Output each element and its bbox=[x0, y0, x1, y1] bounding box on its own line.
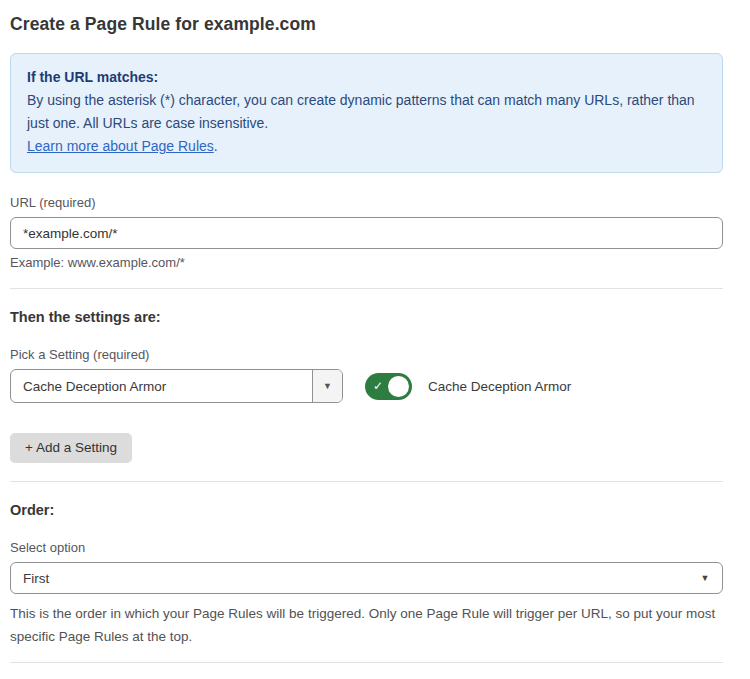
learn-more-link[interactable]: Learn more about Page Rules bbox=[27, 138, 214, 154]
setting-select[interactable]: Cache Deception Armor ▼ bbox=[10, 369, 343, 403]
info-box-body: By using the asterisk (*) character, you… bbox=[27, 89, 706, 135]
order-select-label: Select option bbox=[10, 540, 723, 555]
setting-picker-label: Pick a Setting (required) bbox=[10, 347, 723, 362]
url-input[interactable] bbox=[10, 217, 723, 249]
link-suffix: . bbox=[214, 138, 218, 154]
divider-footer bbox=[10, 662, 723, 663]
setting-toggle-group: ✓ Cache Deception Armor bbox=[365, 373, 571, 400]
setting-select-value: Cache Deception Armor bbox=[11, 370, 312, 402]
url-field-label: URL (required) bbox=[10, 195, 723, 210]
setting-row: Cache Deception Armor ▼ ✓ Cache Deceptio… bbox=[10, 369, 723, 403]
cache-deception-armor-toggle[interactable]: ✓ bbox=[365, 373, 412, 400]
order-select-arrow: ▼ bbox=[688, 563, 722, 593]
url-example-hint: Example: www.example.com/* bbox=[10, 255, 723, 270]
caret-down-icon: ▼ bbox=[323, 381, 332, 391]
caret-down-icon: ▼ bbox=[701, 573, 710, 583]
order-select-value: First bbox=[11, 563, 688, 593]
info-box-heading: If the URL matches: bbox=[27, 66, 706, 89]
page-rule-form: Create a Page Rule for example.com If th… bbox=[0, 0, 750, 679]
url-match-info-box: If the URL matches: By using the asteris… bbox=[10, 53, 723, 173]
order-select[interactable]: First ▼ bbox=[10, 562, 723, 594]
info-box-link-line: Learn more about Page Rules. bbox=[27, 135, 706, 158]
settings-section-heading: Then the settings are: bbox=[10, 309, 723, 325]
setting-select-arrow-button[interactable]: ▼ bbox=[312, 370, 342, 402]
divider-settings bbox=[10, 288, 723, 289]
order-help-text: This is the order in which your Page Rul… bbox=[10, 602, 723, 648]
check-icon: ✓ bbox=[373, 378, 383, 395]
order-section-heading: Order: bbox=[10, 502, 723, 518]
page-title: Create a Page Rule for example.com bbox=[10, 14, 723, 35]
add-setting-button[interactable]: + Add a Setting bbox=[10, 433, 132, 463]
toggle-knob bbox=[388, 376, 409, 397]
divider-order bbox=[10, 481, 723, 482]
setting-toggle-label: Cache Deception Armor bbox=[428, 379, 571, 394]
